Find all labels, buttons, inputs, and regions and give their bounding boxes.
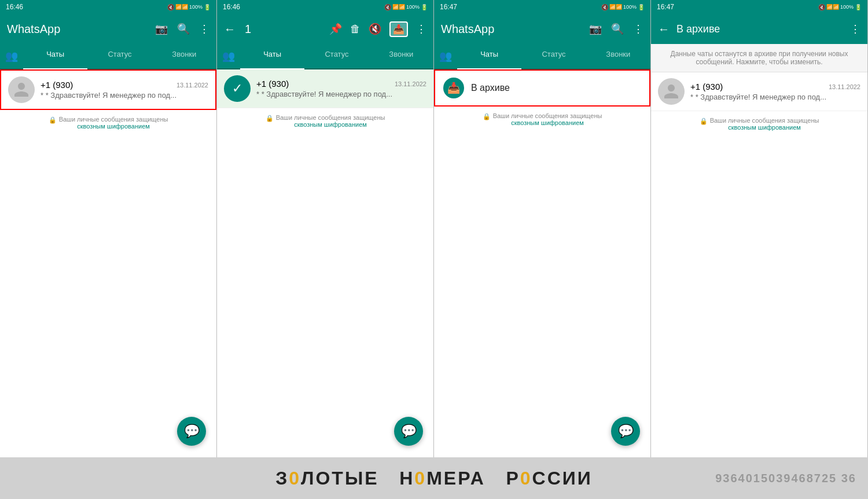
chat-name-row-2: +1 (930) 13.11.2022 — [256, 79, 426, 89]
back-arrow-2[interactable]: ← — [224, 23, 236, 36]
tabs-2: 👥 Чаты Статус Звонки — [217, 44, 433, 69]
chat-item-4[interactable]: +1 (930) 13.11.2022 * * Здравствуйте! Я … — [651, 72, 867, 111]
bottom-bar: З0ЛОТЫЕ Н0МЕРА Р0ССИИ 9364015039468725 3… — [0, 457, 868, 499]
chat-preview-4: * * Здравствуйте! Я менеджер по под... — [690, 93, 860, 101]
status-icons-1: 🔇 📶📶 100% 🔋 — [167, 4, 211, 10]
archive-icon-highlighted[interactable]: 📥 — [389, 21, 408, 37]
archive-info-banner: Данные чаты останутся в архиве при получ… — [651, 44, 867, 72]
tab-chats-3[interactable]: Чаты — [457, 44, 521, 68]
archive-row[interactable]: 📥 В архиве — [434, 69, 650, 107]
archive-label: В архиве — [471, 83, 510, 93]
compose-icon-1: 💬 — [184, 424, 200, 439]
fab-1[interactable]: 💬 — [177, 417, 206, 446]
chat-info-1: +1 (930) 13.11.2022 * * Здравствуйте! Я … — [41, 80, 208, 100]
avatar-1 — [8, 76, 35, 103]
archive-screen-title: В архиве — [676, 23, 720, 35]
tab-calls-1[interactable]: Звонки — [152, 44, 216, 68]
camera-icon[interactable]: 📷 — [155, 23, 168, 35]
tab-chats-2[interactable]: Чаты — [240, 44, 304, 68]
archive-icon-3: 📥 — [447, 82, 460, 94]
encrypted-notice-4: 🔒 Ваши личные сообщения защищены сквозны… — [651, 111, 867, 137]
status-icons-3: 🔇 📶📶 100% 🔋 — [601, 4, 645, 10]
more-icon-2[interactable]: ⋮ — [416, 23, 426, 35]
chat-info-2: +1 (930) 13.11.2022 * * Здравствуйте! Я … — [256, 79, 426, 98]
time-1: 16:46 — [6, 3, 23, 11]
encrypted-notice-1: 🔒 Ваши личные сообщения защищены сквозны… — [0, 110, 216, 135]
encryption-link-2[interactable]: сквозным шифрованием — [294, 121, 367, 128]
pin-icon[interactable]: 📌 — [329, 23, 342, 35]
selection-left: ← 1 — [224, 23, 251, 36]
status-bar-1: 16:46 🔇 📶📶 100% 🔋 — [0, 0, 216, 14]
selection-count: 1 — [245, 23, 251, 36]
status-bar-4: 16:47 🔇 📶📶 100% 🔋 — [651, 0, 867, 14]
tab-chats-1[interactable]: Чаты — [23, 44, 87, 68]
lock-icon-4: 🔒 — [700, 118, 708, 125]
screen-1: 16:46 🔇 📶📶 100% 🔋 WhatsApp 📷 🔍 ⋮ 👥 Чаты — [0, 0, 217, 457]
chat-list-3: 📥 В архиве 🔒 Ваши личные сообщения защищ… — [434, 69, 650, 457]
delete-icon[interactable]: 🗑 — [350, 23, 361, 35]
app-header-3: WhatsApp 📷 🔍 ⋮ — [434, 14, 650, 44]
menu-icon-3[interactable]: ⋮ — [633, 23, 643, 35]
tabs-1: 👥 Чаты Статус Звонки — [0, 44, 216, 69]
header-icons-1: 📷 🔍 ⋮ — [155, 23, 209, 35]
tab-groups-3[interactable]: 👥 — [434, 44, 457, 68]
time-2: 16:46 — [223, 3, 240, 11]
tab-groups-2[interactable]: 👥 — [217, 44, 240, 68]
chat-name-row-1: +1 (930) 13.11.2022 — [41, 80, 208, 90]
checkmark-2 — [224, 75, 251, 102]
archive-icon-box: 📥 — [443, 78, 464, 98]
chat-item-1[interactable]: +1 (930) 13.11.2022 * * Здравствуйте! Я … — [0, 69, 216, 110]
selection-icons: 📌 🗑 🔇 📥 ⋮ — [329, 21, 426, 37]
compose-icon-3: 💬 — [618, 424, 634, 439]
back-header-left: ← В архиве — [658, 23, 720, 36]
fab-2[interactable]: 💬 — [394, 417, 423, 446]
chat-item-2[interactable]: +1 (930) 13.11.2022 * * Здравствуйте! Я … — [217, 69, 433, 108]
tabs-3: 👥 Чаты Статус Звонки — [434, 44, 650, 69]
chat-date-2: 13.11.2022 — [395, 80, 426, 87]
fab-3[interactable]: 💬 — [611, 417, 640, 446]
bottom-numbers: 9364015039468725 36 — [715, 472, 856, 485]
status-bar-2: 16:46 🔇 📶📶 100% 🔋 — [217, 0, 433, 14]
status-icons-4: 🔇 📶📶 100% 🔋 — [818, 4, 862, 10]
tab-calls-2[interactable]: Звонки — [369, 44, 433, 68]
encryption-link-3[interactable]: сквозным шифрованием — [511, 119, 584, 126]
header-icons-3: 📷 🔍 ⋮ — [589, 23, 643, 35]
app-title-3: WhatsApp — [441, 23, 494, 36]
search-icon[interactable]: 🔍 — [177, 23, 190, 35]
mute-icon[interactable]: 🔇 — [369, 23, 381, 35]
app-header-1: WhatsApp 📷 🔍 ⋮ — [0, 14, 216, 44]
search-icon-3[interactable]: 🔍 — [611, 23, 624, 35]
encryption-link-4[interactable]: сквозным шифрованием — [728, 124, 801, 131]
tab-status-3[interactable]: Статус — [521, 44, 586, 68]
chat-date-4: 13.11.2022 — [829, 83, 860, 90]
avatar-4 — [658, 78, 685, 105]
chat-list-2: +1 (930) 13.11.2022 * * Здравствуйте! Я … — [217, 69, 433, 457]
bottom-text: З0ЛОТЫЕ Н0МЕРА Р0ССИИ — [275, 468, 593, 489]
chat-date-1: 13.11.2022 — [176, 82, 208, 89]
back-header-4: ← В архиве ⋮ — [651, 14, 867, 44]
tab-status-1[interactable]: Статус — [87, 44, 152, 68]
chat-name-1: +1 (930) — [41, 80, 73, 90]
lock-icon-2: 🔒 — [266, 115, 274, 122]
camera-icon-3[interactable]: 📷 — [589, 23, 602, 35]
encrypted-notice-2: 🔒 Ваши личные сообщения защищены сквозны… — [217, 108, 433, 134]
chat-name-2: +1 (930) — [256, 79, 289, 89]
chat-name-4: +1 (930) — [690, 82, 723, 91]
status-icons-2: 🔇 📶📶 100% 🔋 — [384, 4, 428, 10]
back-arrow-4[interactable]: ← — [658, 23, 670, 36]
screen-3: 16:47 🔇 📶📶 100% 🔋 WhatsApp 📷 🔍 ⋮ 👥 Чаты — [434, 0, 651, 457]
encrypted-notice-3: 🔒 Ваши личные сообщения защищены сквозны… — [434, 107, 650, 132]
compose-icon-2: 💬 — [401, 424, 417, 439]
lock-icon-1: 🔒 — [49, 116, 57, 124]
tab-calls-3[interactable]: Звонки — [586, 44, 650, 68]
screen-4: 16:47 🔇 📶📶 100% 🔋 ← В архиве ⋮ Данные ча… — [651, 0, 868, 457]
chat-list-4: +1 (930) 13.11.2022 * * Здравствуйте! Я … — [651, 72, 867, 457]
tab-groups[interactable]: 👥 — [0, 44, 23, 68]
menu-icon-4[interactable]: ⋮ — [850, 23, 860, 35]
app-title-1: WhatsApp — [7, 23, 60, 36]
menu-icon[interactable]: ⋮ — [199, 23, 209, 35]
time-3: 16:47 — [440, 3, 457, 11]
encryption-link-1[interactable]: сквозным шифрованием — [77, 123, 150, 130]
status-bar-3: 16:47 🔇 📶📶 100% 🔋 — [434, 0, 650, 14]
tab-status-2[interactable]: Статус — [304, 44, 369, 68]
